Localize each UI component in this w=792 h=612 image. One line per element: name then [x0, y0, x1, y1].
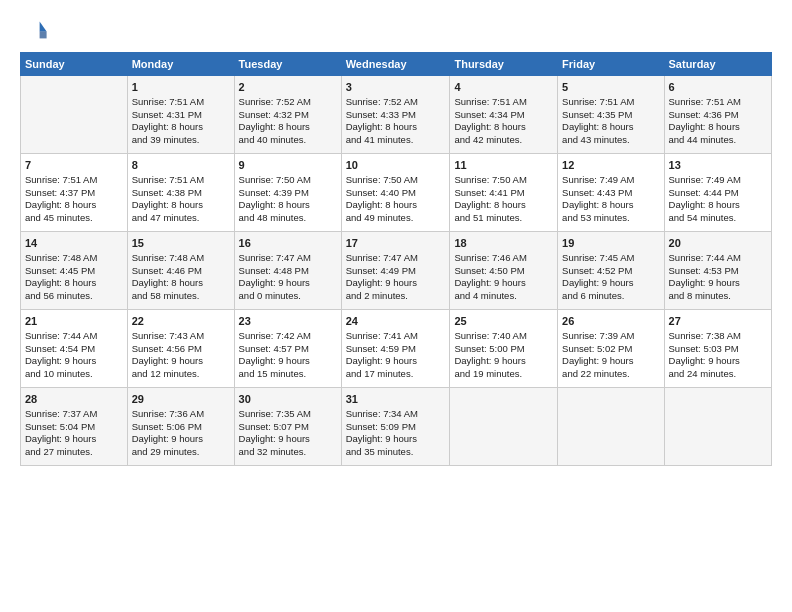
day-number: 24	[346, 314, 446, 329]
header-day-thursday: Thursday	[450, 53, 558, 76]
page: SundayMondayTuesdayWednesdayThursdayFrid…	[0, 0, 792, 612]
cell-4-2: 22Sunrise: 7:43 AMSunset: 4:56 PMDayligh…	[127, 310, 234, 388]
cell-5-6	[558, 388, 664, 466]
day-number: 20	[669, 236, 767, 251]
cell-4-3: 23Sunrise: 7:42 AMSunset: 4:57 PMDayligh…	[234, 310, 341, 388]
cell-line-1: Sunset: 4:46 PM	[132, 265, 202, 276]
cell-line-3: and 0 minutes.	[239, 290, 301, 301]
cell-3-6: 19Sunrise: 7:45 AMSunset: 4:52 PMDayligh…	[558, 232, 664, 310]
header-day-sunday: Sunday	[21, 53, 128, 76]
cell-line-3: and 49 minutes.	[346, 212, 414, 223]
cell-line-3: and 53 minutes.	[562, 212, 630, 223]
day-number: 16	[239, 236, 337, 251]
cell-3-4: 17Sunrise: 7:47 AMSunset: 4:49 PMDayligh…	[341, 232, 450, 310]
cell-line-2: Daylight: 9 hours	[562, 355, 633, 366]
cell-5-5	[450, 388, 558, 466]
cell-2-3: 9Sunrise: 7:50 AMSunset: 4:39 PMDaylight…	[234, 154, 341, 232]
cell-line-2: Daylight: 9 hours	[346, 433, 417, 444]
cell-line-2: Daylight: 9 hours	[669, 355, 740, 366]
cell-line-1: Sunset: 4:40 PM	[346, 187, 416, 198]
cell-line-3: and 12 minutes.	[132, 368, 200, 379]
cell-2-1: 7Sunrise: 7:51 AMSunset: 4:37 PMDaylight…	[21, 154, 128, 232]
cell-line-3: and 17 minutes.	[346, 368, 414, 379]
calendar-table: SundayMondayTuesdayWednesdayThursdayFrid…	[20, 52, 772, 466]
cell-line-2: Daylight: 8 hours	[25, 277, 96, 288]
cell-line-3: and 47 minutes.	[132, 212, 200, 223]
cell-1-7: 6Sunrise: 7:51 AMSunset: 4:36 PMDaylight…	[664, 76, 771, 154]
cell-line-2: Daylight: 9 hours	[239, 355, 310, 366]
cell-line-0: Sunrise: 7:43 AM	[132, 330, 204, 341]
day-number: 29	[132, 392, 230, 407]
cell-line-1: Sunset: 5:06 PM	[132, 421, 202, 432]
cell-line-0: Sunrise: 7:44 AM	[669, 252, 741, 263]
cell-5-1: 28Sunrise: 7:37 AMSunset: 5:04 PMDayligh…	[21, 388, 128, 466]
cell-line-1: Sunset: 5:09 PM	[346, 421, 416, 432]
cell-line-0: Sunrise: 7:50 AM	[346, 174, 418, 185]
cell-line-1: Sunset: 4:48 PM	[239, 265, 309, 276]
cell-line-2: Daylight: 9 hours	[454, 277, 525, 288]
cell-line-0: Sunrise: 7:52 AM	[239, 96, 311, 107]
header-day-monday: Monday	[127, 53, 234, 76]
cell-line-2: Daylight: 9 hours	[454, 355, 525, 366]
cell-line-1: Sunset: 4:37 PM	[25, 187, 95, 198]
cell-line-1: Sunset: 4:31 PM	[132, 109, 202, 120]
week-row-1: 1Sunrise: 7:51 AMSunset: 4:31 PMDaylight…	[21, 76, 772, 154]
cell-4-4: 24Sunrise: 7:41 AMSunset: 4:59 PMDayligh…	[341, 310, 450, 388]
day-number: 28	[25, 392, 123, 407]
cell-1-3: 2Sunrise: 7:52 AMSunset: 4:32 PMDaylight…	[234, 76, 341, 154]
cell-line-2: Daylight: 9 hours	[239, 433, 310, 444]
cell-line-0: Sunrise: 7:51 AM	[669, 96, 741, 107]
day-number: 14	[25, 236, 123, 251]
cell-line-3: and 24 minutes.	[669, 368, 737, 379]
cell-line-2: Daylight: 8 hours	[454, 199, 525, 210]
cell-line-1: Sunset: 4:38 PM	[132, 187, 202, 198]
cell-line-2: Daylight: 9 hours	[25, 433, 96, 444]
cell-line-3: and 51 minutes.	[454, 212, 522, 223]
cell-line-2: Daylight: 8 hours	[669, 121, 740, 132]
cell-1-6: 5Sunrise: 7:51 AMSunset: 4:35 PMDaylight…	[558, 76, 664, 154]
cell-line-2: Daylight: 8 hours	[562, 121, 633, 132]
cell-line-2: Daylight: 8 hours	[239, 199, 310, 210]
week-row-3: 14Sunrise: 7:48 AMSunset: 4:45 PMDayligh…	[21, 232, 772, 310]
day-number: 17	[346, 236, 446, 251]
cell-line-2: Daylight: 9 hours	[132, 355, 203, 366]
day-number: 12	[562, 158, 659, 173]
day-number: 9	[239, 158, 337, 173]
cell-3-2: 15Sunrise: 7:48 AMSunset: 4:46 PMDayligh…	[127, 232, 234, 310]
cell-line-3: and 41 minutes.	[346, 134, 414, 145]
cell-line-0: Sunrise: 7:51 AM	[454, 96, 526, 107]
cell-line-0: Sunrise: 7:37 AM	[25, 408, 97, 419]
cell-line-1: Sunset: 4:41 PM	[454, 187, 524, 198]
day-number: 21	[25, 314, 123, 329]
logo-icon	[20, 16, 48, 44]
day-number: 19	[562, 236, 659, 251]
cell-2-2: 8Sunrise: 7:51 AMSunset: 4:38 PMDaylight…	[127, 154, 234, 232]
cell-line-3: and 8 minutes.	[669, 290, 731, 301]
cell-line-1: Sunset: 5:03 PM	[669, 343, 739, 354]
cell-line-3: and 2 minutes.	[346, 290, 408, 301]
day-number: 22	[132, 314, 230, 329]
cell-line-3: and 19 minutes.	[454, 368, 522, 379]
cell-line-0: Sunrise: 7:51 AM	[132, 96, 204, 107]
cell-line-2: Daylight: 8 hours	[346, 121, 417, 132]
header-day-friday: Friday	[558, 53, 664, 76]
cell-line-1: Sunset: 4:52 PM	[562, 265, 632, 276]
cell-line-2: Daylight: 8 hours	[132, 199, 203, 210]
cell-line-0: Sunrise: 7:36 AM	[132, 408, 204, 419]
cell-line-2: Daylight: 8 hours	[132, 121, 203, 132]
day-number: 30	[239, 392, 337, 407]
cell-line-1: Sunset: 4:32 PM	[239, 109, 309, 120]
day-number: 8	[132, 158, 230, 173]
cell-line-3: and 42 minutes.	[454, 134, 522, 145]
cell-line-0: Sunrise: 7:39 AM	[562, 330, 634, 341]
cell-line-3: and 56 minutes.	[25, 290, 93, 301]
cell-2-4: 10Sunrise: 7:50 AMSunset: 4:40 PMDayligh…	[341, 154, 450, 232]
header-row: SundayMondayTuesdayWednesdayThursdayFrid…	[21, 53, 772, 76]
cell-line-3: and 10 minutes.	[25, 368, 93, 379]
cell-line-2: Daylight: 8 hours	[562, 199, 633, 210]
cell-line-1: Sunset: 4:45 PM	[25, 265, 95, 276]
cell-line-0: Sunrise: 7:45 AM	[562, 252, 634, 263]
cell-3-5: 18Sunrise: 7:46 AMSunset: 4:50 PMDayligh…	[450, 232, 558, 310]
header	[20, 16, 772, 44]
cell-line-0: Sunrise: 7:44 AM	[25, 330, 97, 341]
